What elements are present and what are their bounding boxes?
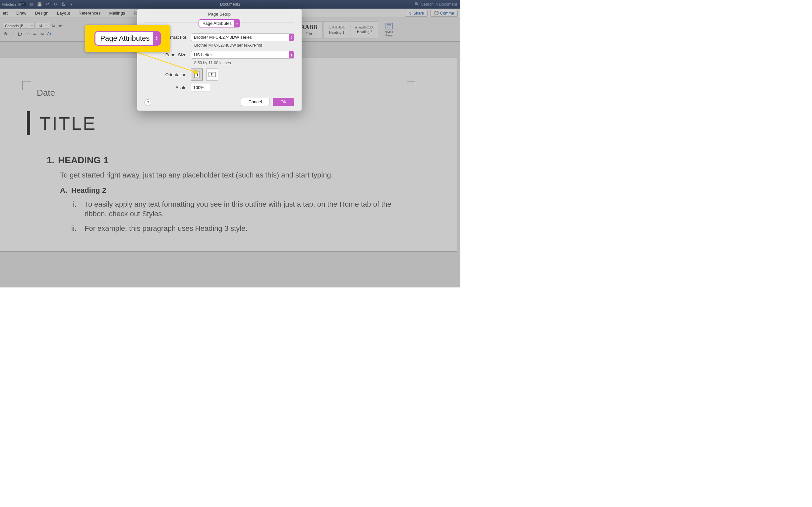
search-box[interactable]: 🔍 Search in Document (415, 2, 457, 7)
search-icon: 🔍 (415, 2, 419, 7)
bold-button[interactable]: B (3, 31, 9, 37)
autosave-state[interactable]: OFF (17, 2, 26, 6)
print-icon[interactable]: 🖶 (61, 2, 66, 7)
orientation-portrait-button[interactable]: ⬆ (191, 68, 203, 80)
chevron-updown-icon: ▲▼ (234, 20, 240, 27)
chevron-updown-icon: ▲▼ (289, 34, 294, 41)
ok-button[interactable]: OK (273, 98, 294, 106)
qat-more-icon[interactable]: ▾ (68, 2, 74, 7)
styles-pane-button[interactable]: Styles Pane (381, 22, 397, 37)
share-icon: ⇪ (409, 11, 412, 15)
title-accent-bar (27, 111, 30, 135)
underline-button[interactable]: U▾ (17, 31, 23, 37)
autosave-label: AutoSave (2, 3, 16, 6)
style-heading2[interactable]: A. AaBbCcDdHeading 2 (351, 21, 378, 39)
list-item[interactable]: i.To easily apply any text formatting yo… (66, 200, 411, 219)
chevron-updown-icon: ▲▼ (153, 32, 161, 45)
search-placeholder: Search in Document (421, 2, 457, 7)
page-setup-dialog: Page Setup Page Attributes▲▼ Format For:… (137, 9, 302, 111)
italic-button[interactable]: I (10, 31, 16, 37)
margin-corner-tr (407, 81, 415, 90)
save-icon[interactable]: 💾 (37, 2, 42, 7)
tab-mailings[interactable]: Mailings (109, 11, 125, 15)
scale-label: Scale: (145, 85, 191, 90)
callout-page-attributes: Page Attributes ▲▼ (95, 32, 159, 45)
tab-layout[interactable]: Layout (57, 11, 70, 15)
help-button[interactable]: ? (145, 99, 151, 106)
scale-input[interactable] (191, 84, 210, 92)
format-for-sub: Brother MFC-L2740DW series-AirPrint (194, 43, 302, 48)
svg-rect-0 (386, 23, 393, 29)
paper-size-label: Paper Size: (145, 52, 191, 57)
paper-size-sub: 8.50 by 11.00 inches (194, 61, 302, 65)
doc-title[interactable]: TITLE (40, 113, 96, 134)
share-button[interactable]: ⇪Share (405, 10, 427, 16)
heading-1[interactable]: 1.HEADING 1 (47, 155, 411, 166)
decrease-font-icon[interactable]: A▾ (58, 23, 64, 29)
cancel-button[interactable]: Cancel (241, 98, 269, 106)
styles-pane-icon (385, 22, 393, 30)
tab-draw[interactable]: Draw (16, 11, 26, 15)
window-titlebar: AutoSave OFF ▥ 💾 ↶ ↻ 🖶 ▾ Document1 🔍 Sea… (0, 0, 460, 9)
style-heading1[interactable]: 1. AABBCHeading 1 (323, 21, 350, 39)
tab-design[interactable]: Design (35, 11, 48, 15)
comments-button[interactable]: 💬Comme (430, 10, 458, 16)
page-attributes-select[interactable]: Page Attributes▲▼ (199, 19, 240, 27)
increase-font-icon[interactable]: A▴ (50, 23, 56, 29)
template-icon[interactable]: ▥ (29, 2, 34, 7)
landscape-icon: ⬆ (208, 71, 216, 78)
subscript-button[interactable]: x2 (32, 31, 38, 37)
font-size-select[interactable]: 14 (36, 23, 49, 29)
autosave-toggle[interactable]: AutoSave OFF (2, 2, 26, 6)
orientation-label: Orientation: (145, 72, 191, 77)
body-paragraph[interactable]: To get started right away, just tap any … (60, 170, 411, 180)
document-title: Document1 (220, 2, 240, 7)
redo-icon[interactable]: ↻ (53, 2, 58, 7)
format-for-select[interactable]: Brother MFC-L2740DW series▲▼ (191, 34, 294, 41)
margin-corner-tl (22, 81, 31, 90)
tab-insert[interactable]: ert (3, 11, 8, 15)
heading-2[interactable]: A.Heading 2 (60, 186, 411, 195)
strikethrough-button[interactable]: ab (24, 31, 31, 37)
comment-icon: 💬 (434, 11, 439, 15)
superscript-button[interactable]: x2 (39, 31, 45, 37)
list-item[interactable]: ii.For example, this paragraph uses Head… (66, 224, 411, 233)
annotation-callout: Page Attributes ▲▼ (85, 25, 170, 52)
text-effects-button[interactable]: A▾ (46, 31, 52, 37)
tab-references[interactable]: References (79, 11, 100, 15)
annotation-dot (194, 70, 198, 74)
paper-size-select[interactable]: US Letter▲▼ (191, 51, 294, 59)
chevron-updown-icon: ▲▼ (289, 51, 294, 58)
orientation-landscape-button[interactable]: ⬆ (206, 68, 218, 80)
font-name-select[interactable]: Cambria (B... (3, 23, 35, 29)
svg-text:⬆: ⬆ (210, 72, 213, 76)
undo-icon[interactable]: ↶ (45, 2, 50, 7)
